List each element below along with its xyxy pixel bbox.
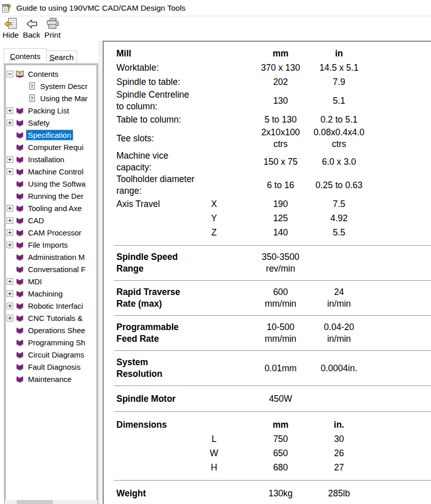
tree-item-cam-processor[interactable]: CAM Processor	[7, 226, 97, 239]
closed-book-icon	[15, 277, 24, 286]
spec-mm-value: mm	[253, 419, 309, 431]
pane-splitter[interactable]	[98, 41, 103, 504]
plus-icon[interactable]	[7, 205, 13, 212]
dimensions-row: Dimensionsmmin.	[116, 418, 431, 432]
tree-item-contents[interactable]: Contents	[7, 68, 97, 80]
tree-item-running-the-der[interactable]: Running the Der	[7, 190, 97, 202]
window-titlebar: ? Guide to using 190VMC CAD/CAM Design T…	[0, 0, 431, 16]
tree-item-label: Installation	[26, 155, 66, 164]
tree-item-administration-m[interactable]: Administration M	[7, 251, 97, 263]
spec-label: Spindle to table:	[116, 76, 203, 88]
tree-item-installation[interactable]: Installation	[7, 153, 97, 165]
print-button[interactable]: Print	[43, 16, 62, 40]
tree-item-system-descr[interactable]: ?System Descr	[7, 80, 97, 92]
spec-label: Rapid Traverse Rate (max)	[116, 286, 203, 310]
spec-in-value: 0.0004in.	[309, 363, 370, 374]
mill-spec-row: Millmmin	[116, 46, 431, 61]
plus-icon[interactable]	[7, 290, 13, 297]
tree-item-label: Specification	[26, 130, 73, 140]
closed-book-icon	[15, 228, 24, 237]
plus-icon[interactable]	[7, 315, 13, 321]
tree-item-fault-diagnosis[interactable]: Fault Diagnosis	[7, 361, 97, 373]
section-divider	[114, 411, 431, 412]
plus-icon[interactable]	[7, 217, 13, 224]
spec-label: Toolholder diameter range:	[116, 173, 203, 197]
rapid-traverse-row: Rapid Traverse Rate (max)600 mm/min24 in…	[116, 286, 431, 310]
closed-book-icon	[15, 240, 24, 249]
tree-item-machine-control[interactable]: Machine Control	[7, 165, 97, 177]
spec-in-value: 0.08x0.4x4.0 ctrs	[309, 127, 370, 150]
tree-item-cad[interactable]: CAD	[7, 214, 97, 226]
svg-text:?: ?	[30, 83, 33, 89]
back-button[interactable]: Back	[21, 16, 42, 40]
spec-label: Dimensions	[116, 419, 203, 431]
tree-horizontal-scrollbar[interactable]	[5, 500, 97, 504]
tree-item-specification[interactable]: Specification	[7, 129, 97, 141]
tree-item-label: CNC Tutorials &	[26, 313, 84, 323]
open-book-icon	[15, 69, 24, 78]
tab-contents[interactable]: Contents	[4, 48, 47, 63]
plus-icon[interactable]	[7, 229, 13, 236]
plus-icon[interactable]	[7, 303, 13, 309]
tree-item-using-the-mar[interactable]: ?Using the Mar	[7, 92, 97, 104]
tree-item-using-the-softwa[interactable]: Using the Softwa	[7, 177, 97, 190]
spec-in-value: 30	[309, 433, 370, 445]
help-page-icon: ?	[28, 82, 36, 90]
plus-icon[interactable]	[7, 156, 13, 163]
closed-book-icon	[15, 301, 24, 310]
tree-item-label: Maintenance	[26, 374, 73, 384]
tree-item-tooling-and-axe[interactable]: Tooling and Axe	[7, 202, 97, 214]
tree-item-operations-shee[interactable]: Operations Shee	[7, 324, 97, 336]
tree-item-label: CAM Processor	[26, 228, 83, 238]
spec-label: Spindle Speed Range	[116, 251, 203, 275]
closed-book-icon	[15, 362, 24, 371]
tab-search[interactable]: Search	[46, 50, 77, 63]
hide-button-label: Hide	[3, 31, 19, 39]
hide-button[interactable]: Hide	[1, 16, 20, 40]
plus-icon[interactable]	[7, 120, 13, 126]
plus-icon[interactable]	[7, 168, 13, 175]
mill-spec-row: Axis TravelX1907.5	[116, 197, 431, 211]
spec-mm-value: 5 to 130	[253, 114, 309, 126]
tab-search-label: S	[49, 53, 54, 62]
tree-item-label: Using the Softwa	[26, 179, 87, 189]
spec-mm-value: 6 to 16	[253, 180, 309, 191]
dimensions-row: W65026	[116, 446, 431, 460]
tab-contents-label: C	[10, 52, 15, 61]
tree-item-cnc-tutorials[interactable]: CNC Tutorials &	[7, 312, 97, 324]
spec-sublabel: L	[203, 434, 225, 444]
tree-item-circuit-diagrams[interactable]: Circuit Diagrams	[7, 348, 97, 361]
tree-item-mdi[interactable]: MDI	[7, 275, 97, 287]
tree-item-maintenance[interactable]: Maintenance	[7, 373, 97, 385]
tree-item-file-imports[interactable]: File Imports	[7, 239, 97, 251]
tree-item-label: Running the Der	[26, 191, 85, 201]
spec-label: Machine vice capacity:	[116, 150, 203, 173]
tree-item-label: Contents	[26, 69, 60, 79]
tree-item-robotic-interfaci[interactable]: Robotic Interfaci	[7, 300, 97, 312]
tree-item-machining[interactable]: Machining	[7, 287, 97, 300]
scrollbar-thumb[interactable]	[17, 500, 53, 504]
mill-spec-row: Machine vice capacity:150 x 756.0 x 3.0	[116, 150, 431, 173]
plus-icon[interactable]	[7, 107, 13, 114]
tree-item-label: Computer Requi	[26, 142, 85, 152]
closed-book-icon	[15, 216, 24, 225]
tree-item-label: Safety	[26, 118, 51, 128]
spec-in-value: 26	[309, 448, 370, 459]
tree-item-packing-list[interactable]: Packing List	[7, 104, 97, 116]
weight-row: Weight130kg285lb	[116, 486, 431, 500]
tree-item-label: Operations Shee	[26, 325, 87, 335]
tree-item-computer-requi[interactable]: Computer Requi	[7, 141, 97, 153]
plus-icon[interactable]	[7, 278, 13, 285]
mill-spec-row: Spindle to table:2027.9	[116, 75, 431, 89]
closed-book-icon	[15, 142, 24, 152]
window-title: Guide to using 190VMC CAD/CAM Design Too…	[16, 4, 186, 13]
plus-icon[interactable]	[7, 242, 13, 248]
svg-text:?: ?	[7, 3, 11, 12]
tree-item-conversational-f[interactable]: Conversational F	[7, 263, 97, 275]
spec-in-value: 7.5	[309, 198, 370, 210]
tree-item-programming-sh[interactable]: Programming Sh	[7, 336, 97, 348]
section-divider	[114, 386, 431, 386]
tree-item-safety[interactable]: Safety	[7, 116, 97, 129]
spec-mm-value: 130kg	[253, 488, 309, 499]
minus-icon[interactable]	[7, 71, 13, 77]
